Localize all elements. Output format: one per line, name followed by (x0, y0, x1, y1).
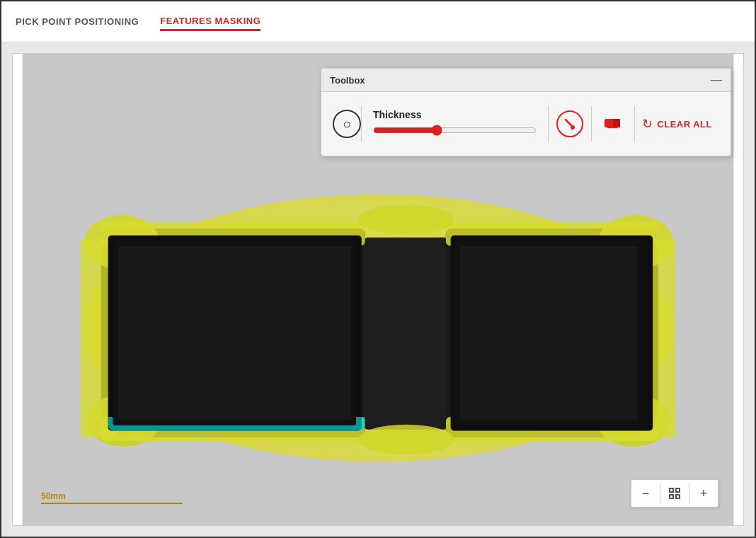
svg-point-25 (358, 205, 454, 235)
image-viewport: Toolbox — ○ Thickness (12, 53, 744, 526)
scale-bar: 50mm (41, 491, 183, 504)
svg-rect-31 (613, 119, 620, 127)
zoom-controls: − + (631, 479, 718, 508)
svg-point-29 (571, 125, 575, 130)
clear-all-button[interactable]: ↻ CLEAR ALL (635, 116, 719, 132)
svg-rect-34 (676, 488, 680, 492)
svg-rect-35 (670, 495, 673, 498)
fit-to-screen-icon (668, 486, 682, 500)
scale-line (41, 503, 183, 504)
toolbox-minimize-button[interactable]: — (711, 74, 722, 86)
thickness-slider[interactable] (373, 125, 537, 136)
nav-item-features-masking[interactable]: Features Masking (160, 13, 260, 31)
scale-label: 50mm (41, 491, 66, 501)
scale-bar-line (41, 503, 183, 504)
eraser-tool-button[interactable] (592, 103, 634, 145)
svg-rect-21 (365, 239, 446, 429)
toolbox-header: Toolbox — (321, 69, 731, 92)
clear-all-label: CLEAR ALL (657, 119, 712, 130)
toolbox: Toolbox — ○ Thickness (321, 68, 731, 156)
svg-rect-26 (118, 246, 351, 420)
brush-svg-icon (563, 117, 577, 131)
thickness-slider-container (373, 125, 537, 139)
app-container: Pick Point Positioning Features Masking (0, 0, 756, 538)
circle-selector-button[interactable]: ○ (333, 110, 361, 138)
brush-icon-circle (556, 110, 583, 137)
thickness-label: Thickness (373, 109, 537, 120)
svg-point-24 (358, 425, 454, 455)
refresh-icon: ↻ (642, 116, 653, 132)
zoom-fit-button[interactable] (660, 480, 689, 507)
svg-rect-36 (676, 495, 680, 498)
circle-icon: ○ (343, 116, 351, 132)
canvas-area: Toolbox — ○ Thickness (1, 42, 755, 537)
toolbox-body: ○ Thickness (321, 92, 731, 156)
svg-rect-33 (670, 488, 673, 492)
toolbox-title: Toolbox (330, 75, 365, 86)
eraser-icon (603, 113, 623, 134)
nav-item-pick-point[interactable]: Pick Point Positioning (16, 13, 139, 30)
brush-tool-button[interactable] (549, 103, 591, 145)
zoom-out-button[interactable]: − (631, 480, 660, 507)
thickness-section: Thickness (362, 109, 548, 139)
svg-rect-27 (459, 246, 638, 420)
top-nav: Pick Point Positioning Features Masking (1, 1, 755, 42)
zoom-in-button[interactable]: + (689, 480, 718, 507)
